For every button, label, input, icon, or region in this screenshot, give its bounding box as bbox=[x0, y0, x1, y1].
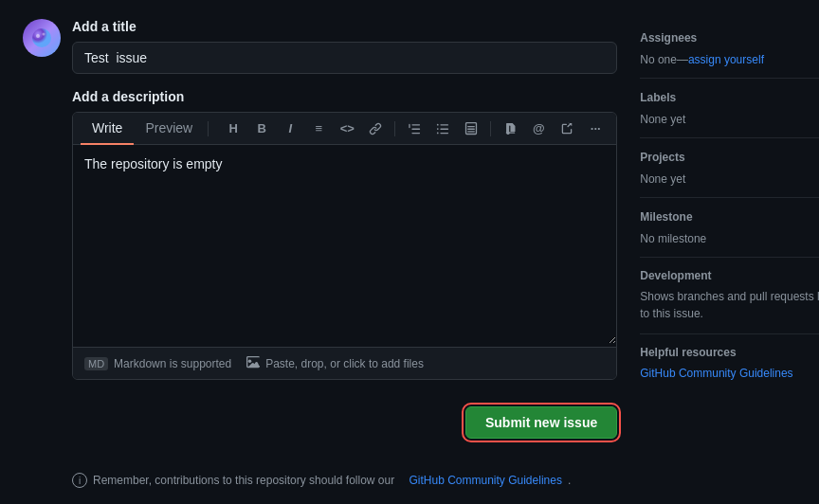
bold-icon[interactable]: B bbox=[248, 116, 275, 142]
title-section: Add a title bbox=[72, 19, 617, 74]
milestone-value: No milestone bbox=[640, 232, 706, 245]
tab-write[interactable]: Write bbox=[81, 113, 134, 145]
description-section: Add a description Write Preview H B I ≡ … bbox=[72, 89, 617, 380]
reminder-text: Remember, contributions to this reposito… bbox=[93, 474, 394, 487]
sidebar-assignees: Assignees ⚙ No one—assign yourself bbox=[640, 19, 819, 78]
tab-preview[interactable]: Preview bbox=[134, 113, 204, 145]
sidebar-labels: Labels ⚙ None yet bbox=[640, 78, 819, 137]
submit-button[interactable]: Submit new issue bbox=[465, 406, 617, 439]
right-panel: Assignees ⚙ No one—assign yourself Label… bbox=[640, 19, 819, 495]
avatar bbox=[23, 19, 61, 57]
upload-text[interactable]: Paste, drop, or click to add files bbox=[265, 357, 424, 370]
info-icon: i bbox=[72, 473, 87, 488]
toolbar-sep-2 bbox=[490, 121, 491, 136]
mention-icon[interactable]: @ bbox=[525, 116, 552, 142]
milestone-title: Milestone bbox=[640, 210, 692, 224]
description-label: Add a description bbox=[72, 89, 617, 104]
helpful-resources-header: Helpful resources bbox=[640, 346, 819, 359]
bullet-list-icon[interactable] bbox=[429, 116, 456, 142]
ordered-list-icon[interactable] bbox=[401, 116, 428, 142]
sidebar-projects: Projects ⚙ None yet bbox=[640, 137, 819, 197]
assignees-title: Assignees bbox=[640, 31, 697, 45]
community-guidelines-link[interactable]: GitHub Community Guidelines bbox=[640, 367, 792, 380]
projects-title: Projects bbox=[640, 151, 684, 164]
tasklist-icon[interactable] bbox=[458, 116, 484, 142]
labels-header: Labels ⚙ bbox=[640, 90, 819, 105]
editor-footer: MD Markdown is supported Paste, drop, or… bbox=[73, 347, 616, 379]
development-description: Shows branches and pull requests linked … bbox=[640, 290, 819, 320]
svg-point-0 bbox=[32, 28, 51, 47]
attach-icon[interactable] bbox=[497, 116, 523, 142]
editor-container: Write Preview H B I ≡ <> bbox=[72, 112, 617, 380]
title-input[interactable] bbox=[72, 42, 617, 74]
italic-icon[interactable]: I bbox=[277, 116, 303, 142]
milestone-header: Milestone ⚙ bbox=[640, 209, 819, 225]
code-icon[interactable]: <> bbox=[334, 116, 360, 142]
sidebar-milestone: Milestone ⚙ No milestone bbox=[640, 197, 819, 257]
link-icon[interactable] bbox=[362, 116, 389, 142]
editor-tabs: Write Preview H B I ≡ <> bbox=[73, 113, 616, 145]
image-icon bbox=[246, 355, 260, 371]
assign-yourself-link[interactable]: assign yourself bbox=[688, 53, 764, 66]
svg-point-2 bbox=[43, 33, 46, 36]
toolbar-icons: H B I ≡ <> bbox=[220, 116, 609, 142]
projects-header: Projects ⚙ bbox=[640, 150, 819, 165]
development-title: Development bbox=[640, 269, 711, 282]
sidebar-development: Development Shows branches and pull requ… bbox=[640, 257, 819, 333]
list-icon[interactable]: ≡ bbox=[305, 116, 332, 142]
markdown-text: Markdown is supported bbox=[114, 357, 231, 370]
markdown-icon: MD bbox=[84, 357, 108, 370]
left-panel: Add a title Add a description Write Prev… bbox=[23, 19, 617, 495]
tab-separator bbox=[208, 121, 209, 136]
footer-reminder: i Remember, contributions to this reposi… bbox=[23, 465, 617, 495]
assignees-value: No one—assign yourself bbox=[640, 51, 819, 66]
markdown-hint: MD Markdown is supported bbox=[84, 357, 231, 370]
heading-icon[interactable]: H bbox=[220, 116, 246, 142]
labels-value: None yet bbox=[640, 113, 685, 126]
sidebar-helpful-resources: Helpful resources GitHub Community Guide… bbox=[640, 333, 819, 391]
toolbar-sep-1 bbox=[394, 121, 395, 136]
upload-hint[interactable]: Paste, drop, or click to add files bbox=[246, 355, 424, 371]
guidelines-link-footer[interactable]: GitHub Community Guidelines bbox=[410, 474, 562, 487]
assignees-no-one: No one bbox=[640, 53, 677, 66]
submit-area: Submit new issue bbox=[72, 395, 617, 450]
title-row: Add a title bbox=[23, 19, 617, 74]
ref-icon[interactable] bbox=[554, 116, 580, 142]
title-label: Add a title bbox=[72, 19, 617, 34]
assignees-header: Assignees ⚙ bbox=[640, 30, 819, 45]
labels-title: Labels bbox=[640, 91, 676, 104]
description-textarea[interactable]: The repository is empty bbox=[73, 145, 616, 344]
more-icon[interactable]: ··· bbox=[582, 116, 609, 142]
helpful-resources-title: Helpful resources bbox=[640, 346, 736, 359]
development-header: Development bbox=[640, 269, 819, 282]
svg-point-1 bbox=[36, 34, 40, 38]
projects-value: None yet bbox=[640, 172, 685, 186]
